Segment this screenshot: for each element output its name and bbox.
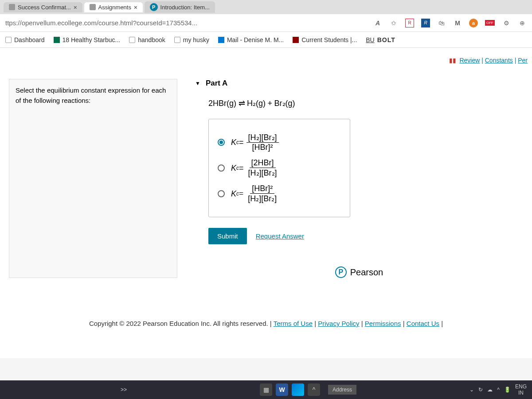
task-right: ⌄ ↻ ☁ ^ 🔋 ENG IN bbox=[469, 383, 527, 396]
question-panel: Select the equilibrium constant expressi… bbox=[9, 79, 177, 278]
top-links: ▮▮ Review | Constants | Per bbox=[449, 57, 528, 64]
bookmark-starbucks[interactable]: 18 Healthy Starbuc... bbox=[54, 36, 121, 43]
bookmark-myhusky[interactable]: my husky bbox=[174, 36, 209, 43]
bookmark-students[interactable]: Current Students |... bbox=[293, 36, 357, 43]
caret-up-icon[interactable]: ^ bbox=[308, 383, 320, 396]
task-left: ▦ W ^ Address bbox=[260, 383, 356, 396]
radio-unselected[interactable] bbox=[218, 164, 225, 172]
option-3[interactable]: Kc= [HBr]²[H₂][Br₂] bbox=[218, 184, 341, 203]
close-icon[interactable]: × bbox=[74, 4, 77, 11]
copyright: Copyright © 2022 Pearson Education Inc. … bbox=[0, 311, 532, 336]
battery-icon[interactable]: 🔋 bbox=[504, 387, 511, 393]
expand-icon[interactable]: >> bbox=[121, 387, 127, 393]
formula-2: Kc = [2HBr][H₂][Br₂] bbox=[231, 158, 279, 178]
radio-selected[interactable] bbox=[218, 139, 225, 146]
taskview-icon[interactable]: ▦ bbox=[260, 383, 272, 396]
settings-icon[interactable]: ⚙ bbox=[502, 19, 511, 27]
tab-icon bbox=[90, 4, 96, 10]
periodic-link[interactable]: Per bbox=[518, 57, 528, 64]
tab-intro[interactable]: P Introduction: Item... bbox=[145, 1, 215, 13]
review-link[interactable]: Review bbox=[459, 57, 480, 64]
bookmark-label: Mail - Denise M. M... bbox=[227, 36, 284, 43]
bookmark-label: Current Students |... bbox=[301, 36, 357, 43]
chevron-down-icon[interactable]: ▼ bbox=[195, 80, 200, 86]
tab-label: Assignments bbox=[98, 4, 131, 11]
url-bar: ttps://openvellum.ecollege.com/course.ht… bbox=[0, 14, 532, 32]
pearson-label: Pearson bbox=[350, 267, 383, 278]
r-italic-icon[interactable]: R bbox=[421, 19, 430, 27]
url-text[interactable]: ttps://openvellum.ecollege.com/course.ht… bbox=[5, 19, 197, 27]
page-icon bbox=[129, 37, 135, 43]
option-2[interactable]: Kc = [2HBr][H₂][Br₂] bbox=[218, 158, 341, 178]
formula-1: Kc = [H₂][Br₂][HBr]² bbox=[231, 133, 279, 152]
request-answer-link[interactable]: Request Answer bbox=[256, 232, 304, 240]
pearson-icon: P bbox=[150, 3, 158, 11]
answer-panel: ▼ Part A 2HBr(g) ⇌ H₂(g) + Br₂(g) Kc = [… bbox=[195, 79, 523, 278]
bookmark-mail[interactable]: Mail - Denise M. M... bbox=[218, 36, 284, 43]
bookmark-handbook[interactable]: handbook bbox=[129, 36, 165, 43]
page-icon bbox=[174, 37, 180, 43]
address-input[interactable]: Address bbox=[328, 385, 356, 395]
part-header[interactable]: ▼ Part A bbox=[195, 79, 523, 88]
tab-label: Success Confirmat... bbox=[18, 4, 71, 11]
option-1[interactable]: Kc = [H₂][Br₂][HBr]² bbox=[218, 133, 341, 152]
page-icon bbox=[5, 37, 12, 43]
flag-icon: ▮▮ bbox=[449, 57, 456, 64]
collections-icon[interactable]: ⊕ bbox=[518, 19, 527, 27]
question-text: Select the equilibrium constant expressi… bbox=[16, 86, 166, 104]
submit-button[interactable]: Submit bbox=[208, 228, 247, 244]
close-icon[interactable]: × bbox=[134, 4, 137, 11]
part-label: Part A bbox=[206, 79, 227, 88]
read-aloud-icon[interactable]: A bbox=[373, 19, 382, 27]
tray-chevron-icon[interactable]: ⌄ bbox=[469, 387, 474, 393]
copyright-text: Copyright © 2022 Pearson Education Inc. … bbox=[89, 320, 274, 327]
bu-text: BU bbox=[366, 36, 374, 43]
formula-3: Kc= [HBr]²[H₂][Br₂] bbox=[231, 184, 278, 203]
m-icon[interactable]: M bbox=[453, 19, 462, 27]
bookmark-label: handbook bbox=[138, 36, 165, 43]
off-icon[interactable]: OFF bbox=[485, 20, 495, 26]
privacy-link[interactable]: Privacy Policy bbox=[318, 320, 359, 327]
bookmark-label: Dashboard bbox=[14, 36, 45, 43]
bookmark-bolt[interactable]: BU BOLT bbox=[366, 36, 395, 43]
options-box: Kc = [H₂][Br₂][HBr]² Kc = [2HBr][H₂][Br₂… bbox=[208, 119, 350, 217]
pearson-logo-icon: P bbox=[335, 266, 347, 278]
content-area: ▮▮ Review | Constants | Per Select the e… bbox=[0, 48, 532, 358]
contact-link[interactable]: Contact Us bbox=[407, 320, 439, 327]
edge-icon[interactable] bbox=[292, 383, 304, 396]
bookmark-label: 18 Healthy Starbuc... bbox=[63, 36, 121, 43]
tab-assignments[interactable]: Assignments × bbox=[84, 2, 143, 12]
url-icons: A ✩ R R 🛍 M a OFF ⚙ ⊕ bbox=[373, 19, 527, 27]
bolt-text: BOLT bbox=[377, 36, 395, 43]
r-icon[interactable]: R bbox=[405, 19, 414, 27]
shopping-icon[interactable]: 🛍 bbox=[437, 19, 446, 27]
outlook-icon bbox=[218, 37, 224, 43]
favorite-icon[interactable]: ✩ bbox=[389, 19, 398, 27]
starbucks-icon bbox=[54, 37, 60, 43]
main-content: Select the equilibrium constant expressi… bbox=[9, 79, 523, 278]
browser-tabs: Success Confirmat... × Assignments × P I… bbox=[0, 0, 532, 14]
word-icon[interactable]: W bbox=[276, 383, 288, 396]
cloud-icon[interactable]: ☁ bbox=[487, 387, 493, 393]
bookmark-dashboard[interactable]: Dashboard bbox=[5, 36, 45, 43]
tray-caret-icon[interactable]: ^ bbox=[497, 387, 500, 393]
taskbar: >> ▦ W ^ Address ⌄ ↻ ☁ ^ 🔋 ENG IN bbox=[0, 380, 532, 399]
bookmarks-bar: Dashboard 18 Healthy Starbuc... handbook… bbox=[0, 32, 532, 48]
tab-success[interactable]: Success Confirmat... × bbox=[4, 2, 82, 12]
permissions-link[interactable]: Permissions bbox=[365, 320, 401, 327]
tab-icon bbox=[9, 4, 15, 10]
bookmark-label: my husky bbox=[183, 36, 209, 43]
tab-label: Introduction: Item... bbox=[160, 4, 210, 11]
pearson-footer: P Pearson bbox=[195, 266, 523, 278]
language-indicator[interactable]: ENG IN bbox=[515, 383, 527, 396]
action-row: Submit Request Answer bbox=[208, 228, 523, 244]
constants-link[interactable]: Constants bbox=[485, 57, 513, 64]
sync-icon[interactable]: ↻ bbox=[478, 387, 483, 393]
terms-link[interactable]: Terms of Use bbox=[274, 320, 313, 327]
radio-unselected[interactable] bbox=[218, 190, 225, 197]
amazon-icon[interactable]: a bbox=[469, 19, 478, 27]
equation: 2HBr(g) ⇌ H₂(g) + Br₂(g) bbox=[208, 98, 523, 108]
shield-icon bbox=[293, 37, 299, 43]
